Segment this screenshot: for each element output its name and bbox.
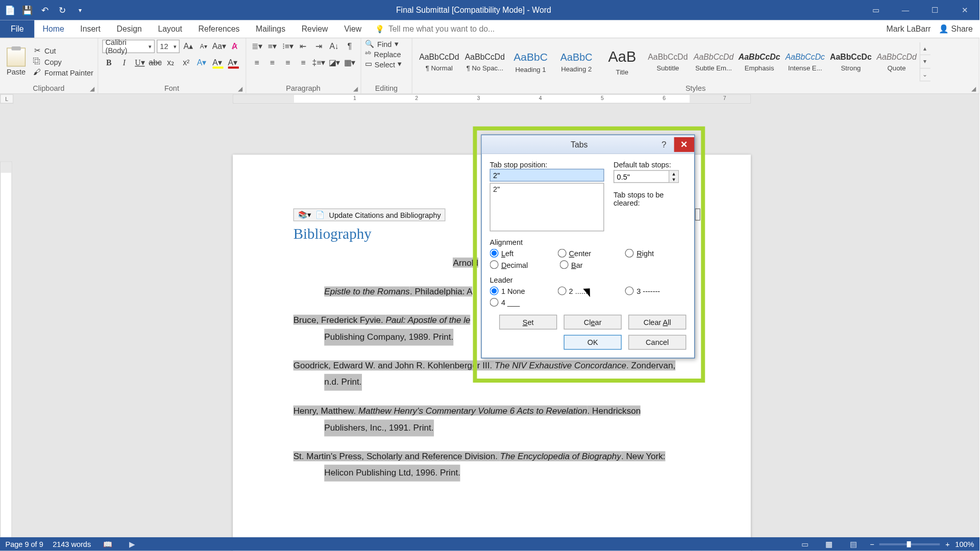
tab-home[interactable]: Home xyxy=(35,20,72,38)
line-spacing-button[interactable]: ‡≡▾ xyxy=(312,56,325,69)
font-name-combo[interactable]: Calibri (Body)▾ xyxy=(102,40,155,53)
help-button[interactable]: ? xyxy=(654,137,674,152)
tab-file[interactable]: File xyxy=(0,20,35,38)
style-emphasis[interactable]: AaBbCcDcEmphasis xyxy=(737,42,782,81)
zoom-out-button[interactable]: − xyxy=(870,540,874,548)
leader-4-radio[interactable]: 4 ___ xyxy=(490,298,553,307)
style-subtle-emphasis[interactable]: AaBbCcDdSubtle Em... xyxy=(691,42,737,81)
web-layout-button[interactable]: ▤ xyxy=(846,539,861,549)
style-strong[interactable]: AaBbCcDcStrong xyxy=(828,42,874,81)
save-icon[interactable]: 💾 xyxy=(21,4,34,16)
tab-view[interactable]: View xyxy=(336,20,370,38)
tab-layout[interactable]: Layout xyxy=(150,20,190,38)
shading-button[interactable]: ◪▾ xyxy=(328,56,341,69)
leader-3-radio[interactable]: 3 ------- xyxy=(625,286,687,295)
align-center-button[interactable]: ≡ xyxy=(265,56,279,69)
highlight-button[interactable]: A▾ xyxy=(210,56,224,69)
align-bar-radio[interactable]: Bar xyxy=(560,260,623,269)
replace-button[interactable]: ᵃᵇReplace xyxy=(365,50,401,59)
find-button[interactable]: 🔍Find▾ xyxy=(365,40,398,48)
align-right-button[interactable]: ≡ xyxy=(281,56,295,69)
tab-review[interactable]: Review xyxy=(293,20,336,38)
tab-references[interactable]: References xyxy=(190,20,248,38)
change-case-button[interactable]: Aa▾ xyxy=(212,40,226,53)
copy-button[interactable]: ⿻Copy xyxy=(32,57,93,66)
tab-mailings[interactable]: Mailings xyxy=(248,20,293,38)
horizontal-ruler[interactable]: 1 2 3 4 5 6 7 xyxy=(233,94,751,104)
multilevel-button[interactable]: ⁝≡▾ xyxy=(281,40,295,53)
align-center-radio[interactable]: Center xyxy=(557,249,619,258)
grow-font-button[interactable]: A▴ xyxy=(182,40,195,53)
format-painter-button[interactable]: 🖌Format Painter xyxy=(32,68,93,77)
bullets-button[interactable]: ≣▾ xyxy=(250,40,263,53)
style-quote[interactable]: AaBbCcDdQuote xyxy=(874,42,920,81)
tell-me-search[interactable]: Tell me what you want to do... xyxy=(375,20,495,38)
borders-button[interactable]: ▦▾ xyxy=(343,56,356,69)
style-heading-1[interactable]: AaBbCHeading 1 xyxy=(508,42,554,81)
tab-stop-list[interactable]: 2" xyxy=(490,183,604,231)
default-tab-stops-input[interactable] xyxy=(614,170,669,183)
print-layout-button[interactable]: ▦ xyxy=(821,539,836,549)
text-effects-button[interactable]: A▾ xyxy=(195,56,208,69)
increase-indent-button[interactable]: ⇥ xyxy=(312,40,325,53)
sort-button[interactable]: A↓ xyxy=(328,40,341,53)
macro-icon[interactable]: ▶ xyxy=(125,539,139,549)
zoom-level[interactable]: 100% xyxy=(955,540,974,548)
clipboard-dialog-launcher[interactable]: ◢ xyxy=(90,85,94,92)
page-status[interactable]: Page 9 of 9 xyxy=(6,540,43,548)
styles-dialog-launcher[interactable]: ◢ xyxy=(971,85,976,92)
zoom-slider[interactable] xyxy=(879,543,940,545)
undo-icon[interactable]: ↶ xyxy=(39,4,51,16)
underline-button[interactable]: U▾ xyxy=(133,56,146,69)
cut-button[interactable]: ✂Cut xyxy=(32,46,93,56)
redo-icon[interactable]: ↻ xyxy=(57,4,69,16)
justify-button[interactable]: ≡ xyxy=(297,56,310,69)
clear-button[interactable]: Clear xyxy=(564,315,621,330)
styles-scroll[interactable]: ▴▾⌄ xyxy=(919,42,930,81)
qat-more-icon[interactable]: ▾ xyxy=(74,4,86,16)
decrease-indent-button[interactable]: ⇤ xyxy=(297,40,310,53)
clear-formatting-button[interactable]: A̷ xyxy=(228,40,241,53)
font-dialog-launcher[interactable]: ◢ xyxy=(238,85,242,92)
align-right-radio[interactable]: Right xyxy=(625,249,687,258)
align-left-radio[interactable]: Left xyxy=(490,249,551,258)
ribbon-display-icon[interactable]: ▭ xyxy=(861,1,891,19)
style-subtitle[interactable]: AaBbCcDdSubtitle xyxy=(645,42,691,81)
align-left-button[interactable]: ≡ xyxy=(250,56,263,69)
cancel-button[interactable]: Cancel xyxy=(628,335,686,349)
font-color-button[interactable]: A▾ xyxy=(226,56,239,69)
vertical-ruler[interactable] xyxy=(0,161,12,538)
ok-button[interactable]: OK xyxy=(564,335,621,349)
update-citations-bar[interactable]: 📚▾ 📄 Update Citations and Bibliography xyxy=(293,209,446,221)
style-title[interactable]: AaBTitle xyxy=(599,42,645,81)
style-no-spacing[interactable]: AaBbCcDd¶ No Spac... xyxy=(462,42,508,81)
leader-1-radio[interactable]: 1 None xyxy=(490,286,551,295)
style-normal[interactable]: AaBbCcDd¶ Normal xyxy=(416,42,462,81)
shrink-font-button[interactable]: A▾ xyxy=(197,40,210,53)
tab-stop-position-input[interactable] xyxy=(490,169,604,182)
italic-button[interactable]: I xyxy=(117,56,131,69)
spelling-icon[interactable]: 📖 xyxy=(101,539,115,549)
account-user[interactable]: Mark LaBarr xyxy=(887,24,931,33)
set-button[interactable]: Set xyxy=(499,315,557,330)
read-mode-button[interactable]: ▭ xyxy=(797,539,812,549)
select-button[interactable]: ▭Select▾ xyxy=(365,60,402,68)
minimize-icon[interactable]: — xyxy=(891,1,920,19)
zoom-in-button[interactable]: + xyxy=(945,540,949,548)
font-size-combo[interactable]: 12▾ xyxy=(157,40,180,53)
close-icon[interactable]: ✕ xyxy=(950,1,979,19)
dialog-close-button[interactable]: ✕ xyxy=(674,137,695,152)
list-item[interactable]: 2" xyxy=(493,185,601,193)
superscript-button[interactable]: x² xyxy=(180,56,193,69)
numbering-button[interactable]: ≡▾ xyxy=(265,40,279,53)
default-tab-spin[interactable]: ▲▼ xyxy=(669,170,679,183)
show-hide-button[interactable]: ¶ xyxy=(343,40,356,53)
subscript-button[interactable]: x₂ xyxy=(164,56,177,69)
tab-design[interactable]: Design xyxy=(109,20,150,38)
paragraph-dialog-launcher[interactable]: ◢ xyxy=(353,85,358,92)
tab-selector[interactable]: L xyxy=(0,94,13,104)
word-count[interactable]: 2143 words xyxy=(53,540,91,548)
maximize-icon[interactable]: ☐ xyxy=(920,1,950,19)
paste-button[interactable]: Paste xyxy=(4,48,28,76)
align-decimal-radio[interactable]: Decimal xyxy=(490,260,553,269)
